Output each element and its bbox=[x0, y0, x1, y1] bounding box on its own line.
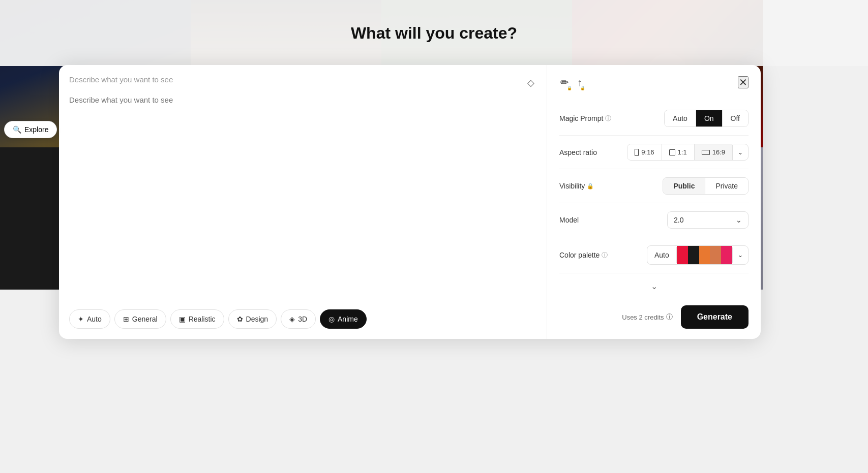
aspect-169-label: 16:9 bbox=[712, 148, 725, 156]
color-palette-picker[interactable]: Auto ⌄ bbox=[647, 245, 749, 265]
pencil-lock-button[interactable]: ✏ 🔒 bbox=[559, 75, 570, 89]
magic-prompt-toggle-group: Auto On Off bbox=[664, 110, 749, 127]
model-dropdown[interactable]: 2.0 ⌄ bbox=[667, 211, 749, 229]
design-icon: ✿ bbox=[237, 315, 243, 323]
color-palette-arrow: ⌄ bbox=[732, 247, 748, 263]
aspect-169-icon bbox=[702, 150, 710, 155]
aspect-dropdown-arrow[interactable]: ⌄ bbox=[732, 145, 748, 160]
anime-icon: ◎ bbox=[328, 315, 335, 323]
aspect-ratio-row: Aspect ratio 9:16 1:1 16:9 bbox=[559, 136, 749, 169]
expand-settings-button[interactable]: ⌄ bbox=[645, 279, 664, 293]
close-button[interactable]: ✕ bbox=[738, 76, 749, 88]
left-panel: Describe what you want to see ◇ ✦ Auto ⊞… bbox=[59, 65, 547, 339]
pencil-lock-icon: 🔒 bbox=[567, 86, 572, 90]
style-general[interactable]: ⊞ General bbox=[114, 309, 166, 329]
visibility-toggle-group: Public Private bbox=[663, 177, 749, 195]
aspect-ratio-text: Aspect ratio bbox=[559, 148, 597, 156]
model-control: 2.0 ⌄ bbox=[626, 211, 749, 229]
realistic-icon: ▣ bbox=[179, 315, 186, 323]
swatch-5 bbox=[721, 246, 732, 264]
general-label: General bbox=[132, 315, 158, 323]
magic-prompt-on[interactable]: On bbox=[696, 110, 722, 127]
upload-lock-icon: 🔒 bbox=[580, 86, 585, 90]
anime-label: Anime bbox=[338, 315, 358, 323]
aspect-ratio-group: 9:16 1:1 16:9 ⌄ bbox=[627, 144, 749, 161]
search-icon: 🔍 bbox=[13, 125, 21, 134]
general-icon: ⊞ bbox=[123, 315, 129, 323]
color-palette-info-icon[interactable]: ⓘ bbox=[602, 251, 608, 260]
aspect-11-label: 1:1 bbox=[678, 148, 687, 156]
aspect-11[interactable]: 1:1 bbox=[662, 144, 694, 160]
color-swatches bbox=[677, 246, 732, 264]
header-icons: ✏ 🔒 ↑ 🔒 bbox=[559, 75, 583, 89]
explore-button[interactable]: 🔍 Explore bbox=[4, 121, 57, 138]
prompt-header: Describe what you want to see ◇ bbox=[69, 75, 536, 90]
style-auto[interactable]: ✦ Auto bbox=[69, 309, 110, 329]
magic-prompt-label: Magic Prompt ⓘ bbox=[559, 114, 620, 123]
auto-label: Auto bbox=[87, 315, 102, 323]
credits-text: Uses 2 credits bbox=[622, 313, 664, 321]
magic-prompt-text: Magic Prompt bbox=[559, 114, 603, 122]
model-label: Model bbox=[559, 216, 620, 224]
magic-prompt-control: Auto On Off bbox=[626, 110, 749, 127]
model-text: Model bbox=[559, 216, 579, 224]
aspect-ratio-label: Aspect ratio bbox=[559, 148, 620, 156]
swatch-3 bbox=[699, 246, 710, 264]
model-row: Model 2.0 ⌄ bbox=[559, 203, 749, 237]
top-area: What will you create? bbox=[0, 0, 868, 66]
visibility-row: Visibility 🔒 Public Private bbox=[559, 169, 749, 203]
3d-icon: ◈ bbox=[289, 315, 295, 323]
prompt-input[interactable] bbox=[69, 94, 536, 301]
visibility-label: Visibility 🔒 bbox=[559, 182, 620, 190]
color-palette-row: Color palette ⓘ Auto ⌄ bbox=[559, 237, 749, 273]
prompt-area: Describe what you want to see ◇ bbox=[69, 75, 536, 301]
style-design[interactable]: ✿ Design bbox=[228, 309, 277, 329]
explore-label: Explore bbox=[24, 125, 48, 134]
3d-label: 3D bbox=[298, 315, 307, 323]
visibility-private[interactable]: Private bbox=[705, 178, 748, 194]
visibility-lock-icon: 🔒 bbox=[587, 183, 594, 190]
visibility-control: Public Private bbox=[626, 177, 749, 195]
design-label: Design bbox=[246, 315, 268, 323]
credits-info-icon[interactable]: ⓘ bbox=[666, 312, 673, 322]
expand-row: ⌄ bbox=[559, 273, 749, 299]
color-palette-label: Color palette ⓘ bbox=[559, 251, 620, 260]
style-anime[interactable]: ◎ Anime bbox=[320, 309, 367, 329]
style-buttons: ✦ Auto ⊞ General ▣ Realistic ✿ Design ◈ … bbox=[69, 301, 536, 329]
prompt-placeholder-text: Describe what you want to see bbox=[69, 75, 173, 84]
aspect-11-icon bbox=[669, 149, 675, 155]
realistic-label: Realistic bbox=[189, 315, 216, 323]
page-title: What will you create? bbox=[351, 24, 517, 43]
right-panel-header: ✏ 🔒 ↑ 🔒 ✕ bbox=[559, 75, 749, 89]
generate-button[interactable]: Generate bbox=[681, 305, 749, 329]
visibility-text: Visibility bbox=[559, 182, 585, 190]
visibility-public[interactable]: Public bbox=[663, 178, 705, 194]
magic-prompt-auto[interactable]: Auto bbox=[665, 110, 696, 127]
style-realistic[interactable]: ▣ Realistic bbox=[170, 309, 224, 329]
style-3d[interactable]: ◈ 3D bbox=[281, 309, 316, 329]
aspect-ratio-control: 9:16 1:1 16:9 ⌄ bbox=[626, 144, 749, 161]
bottom-section: Uses 2 credits ⓘ Generate bbox=[559, 299, 749, 329]
magic-prompt-info-icon[interactable]: ⓘ bbox=[605, 114, 611, 123]
eraser-icon[interactable]: ◇ bbox=[525, 75, 536, 90]
upload-lock-button[interactable]: ↑ 🔒 bbox=[576, 76, 583, 89]
aspect-916-label: 9:16 bbox=[641, 148, 654, 156]
aspect-169[interactable]: 16:9 bbox=[694, 144, 732, 160]
color-palette-text: Color palette bbox=[559, 251, 600, 259]
color-auto-label: Auto bbox=[647, 247, 677, 263]
color-palette-control: Auto ⌄ bbox=[626, 245, 749, 265]
magic-prompt-off[interactable]: Off bbox=[722, 110, 748, 127]
create-modal: Describe what you want to see ◇ ✦ Auto ⊞… bbox=[59, 65, 761, 339]
right-panel: ✏ 🔒 ↑ 🔒 ✕ Magic Prompt ⓘ Auto On Off bbox=[547, 65, 761, 339]
model-dropdown-icon: ⌄ bbox=[736, 216, 742, 224]
swatch-4 bbox=[710, 246, 721, 264]
magic-prompt-row: Magic Prompt ⓘ Auto On Off bbox=[559, 102, 749, 136]
model-value: 2.0 bbox=[674, 216, 683, 224]
swatch-1 bbox=[677, 246, 688, 264]
auto-icon: ✦ bbox=[78, 315, 84, 323]
credits-info: Uses 2 credits ⓘ bbox=[622, 312, 672, 322]
aspect-916[interactable]: 9:16 bbox=[627, 144, 661, 160]
swatch-2 bbox=[688, 246, 699, 264]
aspect-916-icon bbox=[635, 149, 639, 156]
